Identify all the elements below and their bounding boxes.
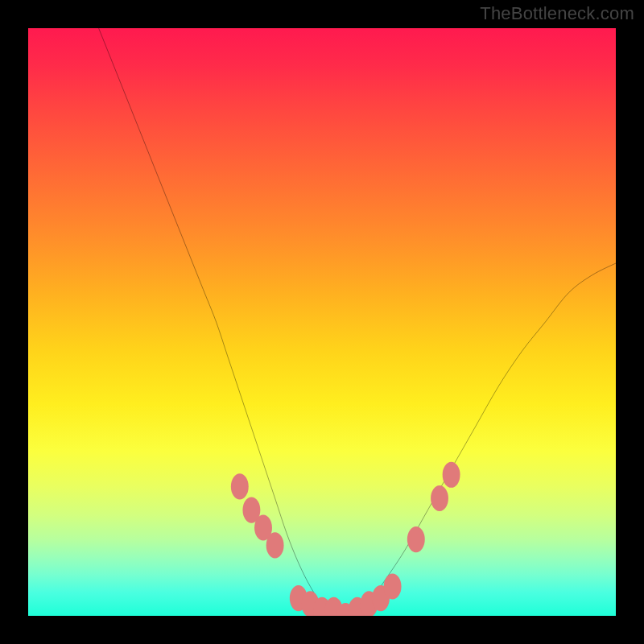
- marker-dot: [431, 485, 448, 511]
- marker-dot: [266, 532, 284, 558]
- marker-dot: [336, 603, 354, 616]
- marker-dot: [313, 597, 331, 616]
- marker-dot: [301, 591, 319, 616]
- bottleneck-markers-group: [231, 462, 460, 616]
- canvas: TheBottleneck.com: [0, 0, 644, 644]
- marker-dot: [360, 591, 378, 616]
- marker-dot: [349, 597, 366, 616]
- bottleneck-curve: [99, 28, 616, 616]
- marker-dot: [254, 514, 272, 540]
- chart-svg: [28, 28, 616, 616]
- watermark-text: TheBottleneck.com: [480, 3, 634, 24]
- marker-dot: [231, 473, 249, 499]
- marker-dot: [407, 526, 425, 552]
- marker-dot: [242, 497, 260, 523]
- marker-dot: [443, 462, 460, 488]
- marker-dot: [325, 597, 343, 616]
- plot-area: [28, 28, 616, 616]
- marker-dot: [290, 585, 308, 611]
- marker-dot: [372, 585, 390, 611]
- marker-dot: [384, 573, 402, 599]
